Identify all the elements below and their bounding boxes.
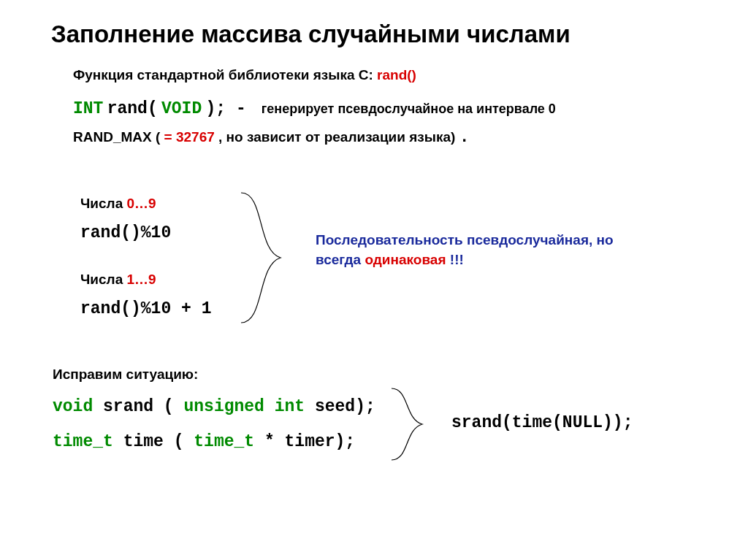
rand-signature-line: INT rand( VOID ); - генерирует псевдослу… (73, 98, 704, 120)
slide-container: Заполнение массива случайными числами Фу… (0, 0, 748, 560)
srand-signature: void srand ( unsigned int seed); (53, 397, 375, 416)
srand-time-example: srand(time(NULL)); (451, 413, 633, 432)
range-0-9-label: Числа 0…9 (80, 194, 171, 213)
sequence-note: Последовательность псевдослучайная, но в… (316, 231, 695, 269)
time-signature: time_t time ( time_t * timer); (53, 432, 375, 451)
range-0-9-code: rand()%10 (80, 223, 171, 242)
range-1-9-block: Числа 1…9 rand()%10 + 1 (80, 270, 211, 318)
range-1-9-label: Числа 1…9 (80, 270, 211, 289)
brace-bottom-icon (387, 384, 431, 464)
fix-label: Исправим ситуацию: (53, 365, 375, 384)
fix-block: Исправим ситуацию: void srand ( unsigned… (53, 365, 375, 451)
range-0-9-block: Числа 0…9 rand()%10 (80, 194, 171, 242)
slide-title: Заполнение массива случайными числами (51, 20, 704, 48)
intro-line: Функция стандартной библиотеки языка С: … (73, 66, 704, 85)
brace-top-icon (235, 188, 294, 327)
rand-max-line: RAND_MAX ( = 32767 , но зависит от реали… (73, 126, 704, 149)
range-1-9-code: rand()%10 + 1 (80, 299, 211, 318)
